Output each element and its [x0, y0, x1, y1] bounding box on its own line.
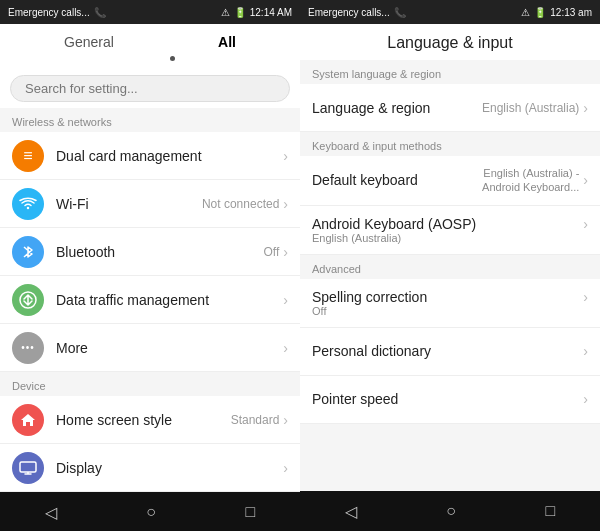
- phone-icon-left: 📞: [94, 7, 106, 18]
- bluetooth-value: Off: [264, 245, 280, 259]
- spelling-sub: Off: [312, 305, 326, 317]
- spelling-label: Spelling correction: [312, 289, 583, 305]
- more-label: More: [56, 340, 283, 356]
- search-bar: [0, 69, 300, 108]
- setting-item-dual-card[interactable]: ≡ Dual card management ›: [0, 132, 300, 180]
- display-chevron: ›: [283, 460, 288, 476]
- tab-indicator: [12, 56, 288, 61]
- more-icon: •••: [12, 332, 44, 364]
- spelling-chevron: ›: [583, 289, 588, 305]
- setting-item-data-traffic[interactable]: Data traffic management ›: [0, 276, 300, 324]
- spelling-row: Spelling correction ›: [312, 289, 588, 305]
- tabs-left: General All: [12, 32, 288, 52]
- section-label-advanced: Advanced: [300, 255, 600, 279]
- personal-dictionary-chevron: ›: [583, 343, 588, 359]
- right-panel-title: Language & input: [312, 34, 588, 52]
- home-screen-chevron: ›: [283, 412, 288, 428]
- nav-back-left[interactable]: ◁: [29, 497, 73, 528]
- personal-dictionary-label: Personal dictionary: [312, 343, 583, 359]
- wifi-value: Not connected: [202, 197, 279, 211]
- status-left-right: Emergency calls... 📞: [308, 7, 406, 18]
- status-right-left: ⚠ 🔋 12:14 AM: [221, 7, 292, 18]
- emergency-calls-right: Emergency calls...: [308, 7, 390, 18]
- setting-item-pointer-speed[interactable]: Pointer speed ›: [300, 376, 600, 424]
- language-region-label: Language & region: [312, 100, 482, 116]
- home-screen-label: Home screen style: [56, 412, 231, 428]
- right-panel: Emergency calls... 📞 ⚠ 🔋 12:13 am Langua…: [300, 0, 600, 531]
- android-keyboard-row: Android Keyboard (AOSP) ›: [312, 216, 588, 232]
- setting-item-personal-dictionary[interactable]: Personal dictionary ›: [300, 328, 600, 376]
- tab-dot-all: [170, 56, 175, 61]
- data-traffic-label: Data traffic management: [56, 292, 283, 308]
- wifi-icon: [12, 188, 44, 220]
- nav-back-right[interactable]: ◁: [329, 496, 373, 527]
- battery-icon-right: 🔋: [534, 7, 546, 18]
- language-region-chevron: ›: [583, 100, 588, 116]
- setting-item-default-keyboard[interactable]: Default keyboard English (Australia) - A…: [300, 156, 600, 206]
- panel-header-right: Language & input: [300, 24, 600, 60]
- bluetooth-icon: [12, 236, 44, 268]
- setting-item-android-keyboard[interactable]: Android Keyboard (AOSP) › English (Austr…: [300, 206, 600, 255]
- nav-bar-right: ◁ ○ □: [300, 491, 600, 531]
- android-keyboard-chevron: ›: [583, 216, 588, 232]
- status-bar-left: Emergency calls... 📞 ⚠ 🔋 12:14 AM: [0, 0, 300, 24]
- android-keyboard-label: Android Keyboard (AOSP): [312, 216, 583, 232]
- more-chevron: ›: [283, 340, 288, 356]
- nav-home-right[interactable]: ○: [430, 496, 472, 526]
- nav-bar-left: ◁ ○ □: [0, 492, 300, 531]
- dual-card-chevron: ›: [283, 148, 288, 164]
- setting-item-wifi[interactable]: Wi-Fi Not connected ›: [0, 180, 300, 228]
- setting-item-bluetooth[interactable]: Bluetooth Off ›: [0, 228, 300, 276]
- phone-icon-right: 📞: [394, 7, 406, 18]
- home-screen-value: Standard: [231, 413, 280, 427]
- wifi-chevron: ›: [283, 196, 288, 212]
- language-region-text-wrap: Language & region: [312, 100, 482, 116]
- android-keyboard-sub: English (Australia): [312, 232, 401, 244]
- data-traffic-chevron: ›: [283, 292, 288, 308]
- time-left: 12:14 AM: [250, 7, 292, 18]
- setting-item-home-screen[interactable]: Home screen style Standard ›: [0, 396, 300, 444]
- status-right-right: ⚠ 🔋 12:13 am: [521, 7, 592, 18]
- setting-item-more[interactable]: ••• More ›: [0, 324, 300, 372]
- dual-card-icon: ≡: [12, 140, 44, 172]
- warning-icon-right: ⚠: [521, 7, 530, 18]
- emergency-calls-left: Emergency calls...: [8, 7, 90, 18]
- bluetooth-chevron: ›: [283, 244, 288, 260]
- nav-recent-right[interactable]: □: [530, 496, 572, 526]
- data-traffic-icon: [12, 284, 44, 316]
- nav-recent-left[interactable]: □: [230, 497, 272, 527]
- bluetooth-label: Bluetooth: [56, 244, 264, 260]
- tab-dot-general: [125, 56, 130, 61]
- home-screen-icon: [12, 404, 44, 436]
- pointer-speed-chevron: ›: [583, 391, 588, 407]
- warning-icon-left: ⚠: [221, 7, 230, 18]
- default-keyboard-text-wrap: Default keyboard: [312, 172, 469, 188]
- wifi-label: Wi-Fi: [56, 196, 202, 212]
- section-label-keyboard: Keyboard & input methods: [300, 132, 600, 156]
- left-panel: Emergency calls... 📞 ⚠ 🔋 12:14 AM Genera…: [0, 0, 300, 531]
- setting-item-language-region[interactable]: Language & region English (Australia) ›: [300, 84, 600, 132]
- setting-item-display[interactable]: Display ›: [0, 444, 300, 492]
- panel-header-left: General All: [0, 24, 300, 69]
- svg-rect-1: [20, 462, 36, 472]
- setting-item-spelling[interactable]: Spelling correction › Off: [300, 279, 600, 328]
- search-input[interactable]: [10, 75, 290, 102]
- default-keyboard-value: English (Australia) - Android Keyboard..…: [469, 166, 579, 195]
- tab-all[interactable]: All: [210, 32, 244, 52]
- time-right: 12:13 am: [550, 7, 592, 18]
- default-keyboard-label: Default keyboard: [312, 172, 469, 188]
- status-bar-right: Emergency calls... 📞 ⚠ 🔋 12:13 am: [300, 0, 600, 24]
- section-label-wireless: Wireless & networks: [0, 108, 300, 132]
- section-label-system-lang: System language & region: [300, 60, 600, 84]
- tab-general[interactable]: General: [56, 32, 122, 52]
- nav-home-left[interactable]: ○: [130, 497, 172, 527]
- language-region-value: English (Australia): [482, 101, 579, 115]
- display-label: Display: [56, 460, 283, 476]
- dual-card-label: Dual card management: [56, 148, 283, 164]
- display-icon: [12, 452, 44, 484]
- default-keyboard-chevron: ›: [583, 172, 588, 188]
- status-left: Emergency calls... 📞: [8, 7, 106, 18]
- battery-icon-left: 🔋: [234, 7, 246, 18]
- pointer-speed-label: Pointer speed: [312, 391, 583, 407]
- section-label-device: Device: [0, 372, 300, 396]
